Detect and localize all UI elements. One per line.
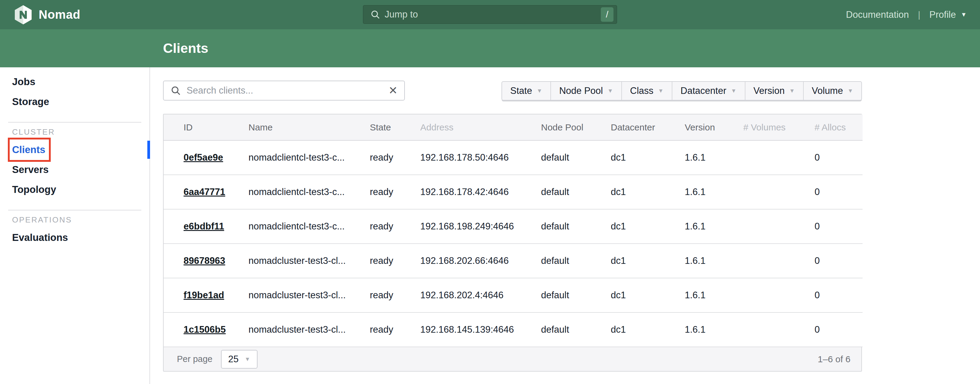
sidebar-item-storage[interactable]: Storage: [0, 92, 150, 112]
pagination-range: 1–6 of 6: [818, 354, 851, 364]
client-state: ready: [350, 312, 400, 347]
filter-state[interactable]: State ▼: [502, 82, 550, 100]
client-row[interactable]: e6bdbf11 nomadclientcl-test3-c... ready …: [164, 209, 862, 244]
client-address: 192.168.178.42:4646: [400, 175, 521, 209]
client-row[interactable]: f19be1ad nomadcluster-test3-cl... ready …: [164, 278, 862, 312]
column-header-node-pool[interactable]: Node Pool: [521, 115, 591, 140]
sidebar-item-servers[interactable]: Servers: [0, 160, 150, 180]
client-address: 192.168.202.4:4646: [400, 278, 521, 312]
filter-node-pool[interactable]: Node Pool ▼: [550, 82, 621, 100]
column-header-state[interactable]: State: [350, 115, 400, 140]
client-row[interactable]: 6aa47771 nomadclientcl-test3-c... ready …: [164, 175, 862, 209]
sidebar-divider: [8, 122, 141, 123]
client-version: 1.6.1: [665, 175, 723, 209]
client-id-link[interactable]: 89678963: [184, 255, 225, 266]
client-id-link[interactable]: 1c1506b5: [184, 324, 226, 335]
chevron-down-icon: ▼: [658, 88, 663, 94]
client-volumes: [723, 209, 795, 244]
client-version: 1.6.1: [665, 312, 723, 347]
client-node-pool: default: [521, 175, 591, 209]
sidebar-item-jobs[interactable]: Jobs: [0, 72, 150, 92]
client-version: 1.6.1: [665, 209, 723, 244]
page-title: Clients: [163, 29, 208, 67]
client-version: 1.6.1: [665, 278, 723, 312]
pagination-footer: Per page 25 ▼ 1–6 of 6: [164, 347, 861, 371]
client-datacenter: dc1: [591, 244, 665, 278]
filter-class[interactable]: Class ▼: [621, 82, 672, 100]
sidebar-section-operations: OPERATIONS: [0, 215, 150, 228]
top-navbar: Nomad / Documentation | Profile ▼: [0, 0, 980, 29]
client-row[interactable]: 89678963 nomadcluster-test3-cl... ready …: [164, 244, 862, 278]
client-volumes: [723, 175, 795, 209]
client-id-link[interactable]: e6bdbf11: [184, 221, 224, 231]
client-version: 1.6.1: [665, 140, 723, 175]
client-address: 192.168.178.50:4646: [400, 140, 521, 175]
chevron-down-icon: ▼: [245, 356, 250, 363]
client-allocs: 0: [795, 209, 862, 244]
client-version: 1.6.1: [665, 244, 723, 278]
column-header-volumes: # Volumes: [723, 115, 795, 140]
active-indicator-bar: [147, 141, 150, 159]
nomad-home-link[interactable]: Nomad: [13, 5, 80, 25]
sidebar-item-topology[interactable]: Topology: [0, 180, 150, 199]
client-allocs: 0: [795, 175, 862, 209]
column-header-version[interactable]: Version: [665, 115, 723, 140]
client-state: ready: [350, 175, 400, 209]
client-id-link[interactable]: f19be1ad: [184, 290, 224, 300]
client-row[interactable]: 1c1506b5 nomadcluster-test3-cl... ready …: [164, 312, 862, 347]
client-id-link[interactable]: 0ef5ae9e: [184, 152, 223, 163]
client-datacenter: dc1: [591, 140, 665, 175]
client-volumes: [723, 278, 795, 312]
client-name: nomadcluster-test3-cl...: [229, 244, 350, 278]
page-header-band: Clients: [0, 29, 980, 67]
client-state: ready: [350, 244, 400, 278]
per-page-control: Per page 25 ▼: [177, 350, 258, 369]
chevron-down-icon: ▼: [536, 88, 542, 94]
client-state: ready: [350, 209, 400, 244]
nomad-clients-page: Nomad / Documentation | Profile ▼ Client…: [0, 0, 980, 384]
per-page-value: 25: [228, 354, 239, 365]
chevron-down-icon: ▼: [731, 88, 737, 94]
chevron-down-icon: ▼: [789, 88, 795, 94]
per-page-label: Per page: [177, 354, 213, 364]
jump-to-input[interactable]: [385, 9, 597, 20]
filter-datacenter[interactable]: Datacenter ▼: [672, 82, 745, 100]
client-state: ready: [350, 140, 400, 175]
search-icon: [170, 85, 181, 96]
client-datacenter: dc1: [591, 278, 665, 312]
client-volumes: [723, 244, 795, 278]
chevron-down-icon: ▼: [608, 88, 613, 94]
client-row[interactable]: 0ef5ae9e nomadclientcl-test3-c... ready …: [164, 140, 862, 175]
filter-volume[interactable]: Volume ▼: [803, 82, 861, 100]
clients-search-input[interactable]: [186, 85, 383, 96]
column-header-allocs: # Allocs: [795, 115, 862, 140]
client-datacenter: dc1: [591, 312, 665, 347]
client-address: 192.168.145.139:4646: [400, 312, 521, 347]
client-node-pool: default: [521, 140, 591, 175]
filter-version[interactable]: Version ▼: [745, 82, 803, 100]
nomad-logo-icon: [13, 5, 33, 25]
navbar-divider: |: [918, 10, 921, 20]
per-page-select[interactable]: 25 ▼: [221, 350, 258, 369]
client-node-pool: default: [521, 312, 591, 347]
clear-search-icon[interactable]: ✕: [388, 85, 398, 96]
column-header-id[interactable]: ID: [164, 115, 229, 140]
slash-shortcut-badge: /: [601, 7, 614, 22]
clients-search-box: ✕: [163, 81, 405, 100]
column-header-address: Address: [400, 115, 521, 140]
client-allocs: 0: [795, 312, 862, 347]
client-volumes: [723, 312, 795, 347]
profile-menu[interactable]: Profile ▼: [929, 10, 967, 20]
jump-to-search[interactable]: /: [363, 5, 617, 24]
sidebar-item-evaluations[interactable]: Evaluations: [0, 228, 150, 247]
column-header-datacenter[interactable]: Datacenter: [591, 115, 665, 140]
client-name: nomadclientcl-test3-c...: [229, 175, 350, 209]
navbar-links: Documentation | Profile ▼: [846, 10, 967, 20]
clients-table: ID Name State Address Node Pool Datacent…: [164, 115, 862, 347]
client-address: 192.168.198.249:4646: [400, 209, 521, 244]
sidebar: Jobs Storage CLUSTER Clients Servers Top…: [0, 67, 150, 384]
sidebar-item-clients[interactable]: Clients: [0, 140, 150, 160]
documentation-link[interactable]: Documentation: [846, 10, 909, 20]
client-id-link[interactable]: 6aa47771: [184, 186, 225, 197]
column-header-name[interactable]: Name: [229, 115, 350, 140]
